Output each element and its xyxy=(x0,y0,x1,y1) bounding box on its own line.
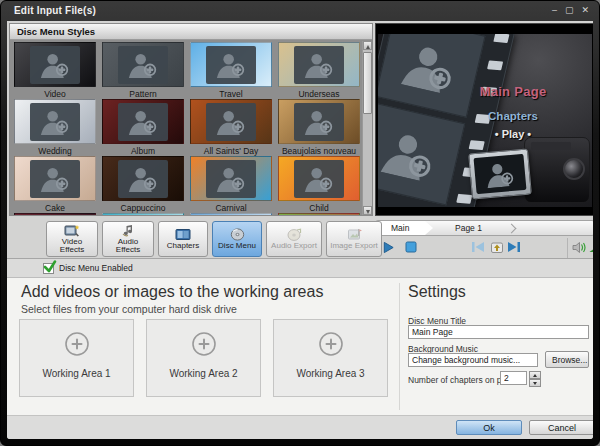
styles-scrollbar[interactable] xyxy=(362,41,372,215)
volume-slider[interactable] xyxy=(587,239,593,255)
style-placeholder xyxy=(30,103,80,141)
speaker-icon[interactable] xyxy=(571,239,588,255)
working-area-dropzone[interactable]: Working Area 1 xyxy=(19,319,134,397)
disc-menu-icon xyxy=(230,228,245,241)
disc-menu-style-item[interactable]: Video xyxy=(11,41,99,98)
dialog-body: Disc Menu Styles Video Pattern xyxy=(7,21,593,439)
disc-menu-style-item[interactable]: All Saints' Day xyxy=(187,98,275,155)
styles-grid-viewport: Video Pattern Travel Underseas xyxy=(10,41,372,215)
camera-screen-placeholder xyxy=(474,154,527,194)
disc-menu-style-item[interactable]: Child xyxy=(275,155,363,212)
style-thumbnail xyxy=(102,42,184,87)
disc-menu-enabled-row: Disc Menu Enabled xyxy=(7,259,593,278)
styles-panel-header: Disc Menu Styles xyxy=(10,24,372,40)
minimize-button[interactable]: – xyxy=(552,4,557,16)
cancel-button[interactable]: Cancel xyxy=(529,420,593,435)
next-chapter-button[interactable] xyxy=(505,239,522,255)
disc-menu-style-item[interactable]: Underseas xyxy=(275,41,363,98)
camera-lens xyxy=(563,158,585,180)
style-placeholder xyxy=(294,103,344,141)
window-title: Edit Input File(s) xyxy=(14,5,96,16)
style-placeholder xyxy=(206,103,256,141)
style-placeholder xyxy=(30,46,80,84)
person-placeholder-icon xyxy=(378,124,445,184)
parent-menu-button[interactable] xyxy=(488,239,505,255)
tab-main[interactable]: Main xyxy=(377,221,433,235)
disc-menu-style-item[interactable] xyxy=(187,212,275,215)
disc-menu-enabled-checkbox[interactable] xyxy=(43,263,54,274)
disc-menu-style-item[interactable] xyxy=(11,212,99,215)
image-export-button[interactable]: Image Export xyxy=(326,221,382,257)
style-thumbnail xyxy=(14,213,96,215)
person-placeholder-icon xyxy=(37,51,73,78)
person-placeholder-icon xyxy=(125,108,161,135)
person-placeholder-icon xyxy=(213,51,249,78)
style-thumbnail xyxy=(278,99,360,144)
style-grid: Video Pattern Travel Underseas xyxy=(10,41,372,215)
stop-button[interactable] xyxy=(402,239,419,255)
person-placeholder-icon xyxy=(301,108,337,135)
working-area-dropzone[interactable]: Working Area 2 xyxy=(146,319,261,397)
disc-menu-style-item[interactable]: Travel xyxy=(187,41,275,98)
style-thumbnail xyxy=(14,99,96,144)
check-icon xyxy=(42,259,58,275)
style-placeholder xyxy=(294,46,344,84)
style-thumbnail xyxy=(14,42,96,87)
style-placeholder xyxy=(294,160,344,198)
disc-menu-style-item[interactable]: Wedding xyxy=(11,98,99,155)
working-area-dropzone[interactable]: Working Area 3 xyxy=(273,319,388,397)
disc-menu-style-item[interactable]: Beaujolais nouveau xyxy=(275,98,363,155)
maximize-button[interactable]: ▢ xyxy=(565,4,574,16)
spinner-down-button[interactable] xyxy=(529,379,541,387)
audio-effects-button[interactable]: Audio Effects xyxy=(102,221,154,257)
close-button[interactable]: ✕ xyxy=(581,4,589,16)
preview-chapters-link[interactable]: Chapters xyxy=(444,110,582,122)
play-button[interactable] xyxy=(380,239,397,255)
disc-menu-style-item[interactable] xyxy=(99,212,187,215)
spinner-up-button[interactable] xyxy=(529,371,541,379)
working-area-label: Working Area 2 xyxy=(147,368,260,379)
style-thumbnail xyxy=(278,213,360,215)
settings-section: Settings Disc Menu Title Background Musi… xyxy=(408,278,589,415)
disc-menu-button[interactable]: Disc Menu xyxy=(212,221,262,257)
scroll-down-button[interactable] xyxy=(363,206,372,215)
style-thumbnail xyxy=(278,156,360,201)
disc-menu-style-item[interactable]: Cake xyxy=(11,155,99,212)
scrollbar-thumb[interactable] xyxy=(363,52,372,114)
add-file-plus-icon xyxy=(64,331,90,361)
browse-button[interactable]: Browse... xyxy=(545,351,589,368)
preview-stage: Main Page Chapters • Play • xyxy=(378,34,592,207)
style-thumbnail xyxy=(190,156,272,201)
style-thumbnail xyxy=(102,99,184,144)
background-music-input[interactable] xyxy=(408,353,538,367)
tab-page-1[interactable]: Page 1 xyxy=(455,223,482,233)
style-placeholder xyxy=(206,46,256,84)
person-placeholder-icon xyxy=(37,108,73,135)
ok-button[interactable]: Ok xyxy=(456,420,522,435)
style-thumbnail xyxy=(14,156,96,201)
style-thumbnail xyxy=(102,156,184,201)
style-placeholder xyxy=(118,103,168,141)
vertical-divider xyxy=(399,283,400,410)
disc-menu-style-item[interactable]: Carnival xyxy=(187,155,275,212)
previous-chapter-button[interactable] xyxy=(469,239,486,255)
disc-menu-title-input[interactable] xyxy=(408,325,589,339)
title-bar[interactable]: Edit Input File(s) – ▢ ✕ xyxy=(1,1,599,21)
footer-bar: Ok Cancel xyxy=(7,415,593,439)
person-placeholder-icon xyxy=(37,165,73,192)
style-thumbnail xyxy=(190,213,272,215)
video-effects-button[interactable]: Video Effects xyxy=(46,221,98,257)
audio-export-icon xyxy=(287,228,302,241)
scroll-up-button[interactable] xyxy=(363,41,372,50)
disc-menu-style-item[interactable]: Album xyxy=(99,98,187,155)
person-placeholder-icon xyxy=(482,160,518,189)
chapters-per-page-input[interactable] xyxy=(500,371,527,385)
preview-transport-bar xyxy=(375,238,593,258)
style-thumbnail xyxy=(190,42,272,87)
disc-menu-style-item[interactable]: Pattern xyxy=(99,41,187,98)
audio-export-button[interactable]: Audio Export xyxy=(266,221,322,257)
chapters-button[interactable]: Chapters xyxy=(158,221,208,257)
disc-menu-style-item[interactable] xyxy=(275,212,363,215)
image-export-icon xyxy=(347,228,362,241)
disc-menu-style-item[interactable]: Cappuccino xyxy=(99,155,187,212)
